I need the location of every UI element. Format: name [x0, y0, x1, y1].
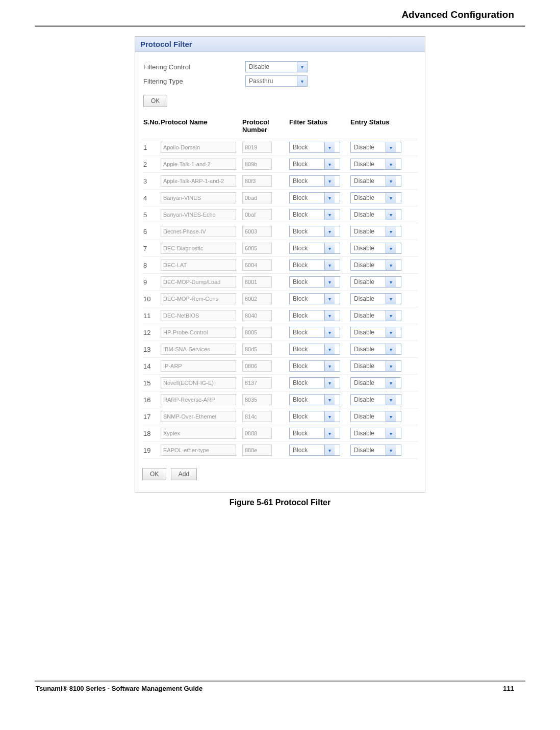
protocol-name-input[interactable]	[161, 377, 236, 388]
table-row: 13Block▾Disable▾	[142, 341, 418, 358]
chevron-down-icon: ▾	[324, 210, 335, 220]
filter-status-select[interactable]: Block▾	[289, 293, 340, 304]
filter-status-select[interactable]: Block▾	[289, 310, 340, 321]
protocol-number-input[interactable]	[242, 394, 272, 405]
filter-status-select[interactable]: Block▾	[289, 394, 340, 405]
filter-status-select[interactable]: Block▾	[289, 259, 340, 271]
protocol-name-input[interactable]	[161, 327, 236, 338]
filter-status-select[interactable]: Block▾	[289, 327, 340, 338]
table-row: 11Block▾Disable▾	[142, 307, 418, 324]
entry-status-select[interactable]: Disable▾	[350, 226, 401, 237]
protocol-number-input[interactable]	[242, 159, 272, 170]
protocol-name-input[interactable]	[161, 310, 236, 321]
filter-status-value: Block	[290, 413, 324, 420]
chevron-down-icon: ▾	[386, 159, 396, 169]
filtering-type-select[interactable]: Passthru ▾	[245, 75, 308, 87]
protocol-number-input[interactable]	[242, 175, 272, 187]
protocol-number-input[interactable]	[242, 344, 272, 355]
entry-status-select[interactable]: Disable▾	[350, 293, 401, 304]
entry-status-value: Disable	[351, 144, 386, 151]
protocol-number-input[interactable]	[242, 293, 272, 304]
entry-status-value: Disable	[351, 430, 386, 437]
entry-status-select[interactable]: Disable▾	[350, 243, 401, 254]
filter-status-select[interactable]: Block▾	[289, 445, 340, 456]
cell-sno: 18	[142, 430, 161, 437]
protocol-number-input[interactable]	[242, 192, 272, 203]
filter-status-select[interactable]: Block▾	[289, 411, 340, 422]
protocol-name-input[interactable]	[161, 209, 236, 220]
filter-status-select[interactable]: Block▾	[289, 175, 340, 187]
protocol-number-input[interactable]	[242, 327, 272, 338]
entry-status-select[interactable]: Disable▾	[350, 445, 401, 456]
filter-status-select[interactable]: Block▾	[289, 226, 340, 237]
entry-status-select[interactable]: Disable▾	[350, 192, 401, 203]
protocol-name-input[interactable]	[161, 243, 236, 254]
filter-status-select[interactable]: Block▾	[289, 344, 340, 355]
protocol-name-input[interactable]	[161, 142, 236, 153]
filter-status-select[interactable]: Block▾	[289, 192, 340, 203]
chevron-down-icon: ▾	[386, 294, 396, 304]
cell-sno: 3	[142, 177, 161, 185]
protocol-number-input[interactable]	[242, 209, 272, 220]
protocol-name-input[interactable]	[161, 226, 236, 237]
filter-status-value: Block	[290, 312, 324, 319]
protocol-name-input[interactable]	[161, 411, 236, 422]
ok-button-bottom[interactable]: OK	[142, 468, 166, 480]
protocol-name-input[interactable]	[161, 159, 236, 170]
protocol-name-input[interactable]	[161, 259, 236, 271]
filter-status-select[interactable]: Block▾	[289, 159, 340, 170]
filter-status-select[interactable]: Block▾	[289, 276, 340, 288]
entry-status-select[interactable]: Disable▾	[350, 259, 401, 271]
entry-status-select[interactable]: Disable▾	[350, 209, 401, 220]
entry-status-select[interactable]: Disable▾	[350, 327, 401, 338]
cell-sno: 10	[142, 295, 161, 303]
entry-status-select[interactable]: Disable▾	[350, 411, 401, 422]
protocol-number-input[interactable]	[242, 310, 272, 321]
protocol-name-input[interactable]	[161, 293, 236, 304]
protocol-name-input[interactable]	[161, 394, 236, 405]
table-row: 7Block▾Disable▾	[142, 240, 418, 257]
cell-sno: 8	[142, 262, 161, 269]
entry-status-select[interactable]: Disable▾	[350, 142, 401, 153]
add-button[interactable]: Add	[171, 468, 197, 480]
protocol-number-input[interactable]	[242, 243, 272, 254]
ok-button[interactable]: OK	[143, 95, 167, 107]
protocol-name-input[interactable]	[161, 344, 236, 355]
cell-sno: 5	[142, 211, 161, 219]
entry-status-select[interactable]: Disable▾	[350, 175, 401, 187]
entry-status-select[interactable]: Disable▾	[350, 159, 401, 170]
protocol-number-input[interactable]	[242, 377, 272, 388]
entry-status-value: Disable	[351, 346, 386, 353]
filter-status-select[interactable]: Block▾	[289, 377, 340, 388]
page-section-title: Advanced Configuration	[0, 0, 560, 25]
filter-status-select[interactable]: Block▾	[289, 428, 340, 439]
protocol-number-input[interactable]	[242, 445, 272, 456]
entry-status-select[interactable]: Disable▾	[350, 377, 401, 388]
footer-rule	[35, 681, 525, 682]
protocol-number-input[interactable]	[242, 259, 272, 271]
filter-status-select[interactable]: Block▾	[289, 209, 340, 220]
entry-status-select[interactable]: Disable▾	[350, 276, 401, 288]
filter-status-select[interactable]: Block▾	[289, 360, 340, 372]
protocol-number-input[interactable]	[242, 411, 272, 422]
protocol-number-input[interactable]	[242, 360, 272, 372]
protocol-number-input[interactable]	[242, 276, 272, 288]
protocol-name-input[interactable]	[161, 445, 236, 456]
entry-status-select[interactable]: Disable▾	[350, 394, 401, 405]
entry-status-select[interactable]: Disable▾	[350, 310, 401, 321]
protocol-number-input[interactable]	[242, 142, 272, 153]
entry-status-select[interactable]: Disable▾	[350, 360, 401, 372]
protocol-name-input[interactable]	[161, 175, 236, 187]
entry-status-select[interactable]: Disable▾	[350, 428, 401, 439]
protocol-name-input[interactable]	[161, 428, 236, 439]
protocol-name-input[interactable]	[161, 360, 236, 372]
filter-status-select[interactable]: Block▾	[289, 142, 340, 153]
protocol-number-input[interactable]	[242, 428, 272, 439]
filtering-control-select[interactable]: Disable ▾	[245, 61, 308, 72]
entry-status-select[interactable]: Disable▾	[350, 344, 401, 355]
protocol-number-input[interactable]	[242, 226, 272, 237]
chevron-down-icon: ▾	[324, 243, 335, 253]
filter-status-select[interactable]: Block▾	[289, 243, 340, 254]
protocol-name-input[interactable]	[161, 276, 236, 288]
protocol-name-input[interactable]	[161, 192, 236, 203]
